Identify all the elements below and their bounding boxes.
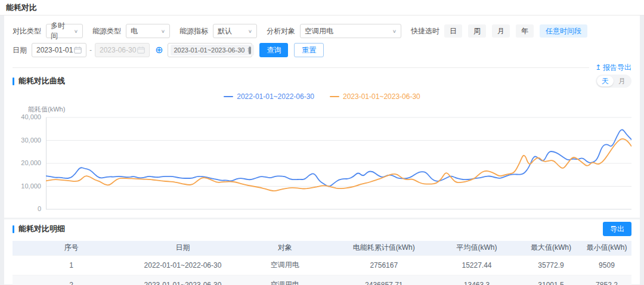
search-button[interactable]: 查询 bbox=[259, 43, 288, 57]
table-title-text: 能耗对比明细 bbox=[18, 224, 65, 234]
main-card: 对比类型 多时间 ∨ 能源类型 电 ∨ 能源指标 默认 ∨ 分析对象 空调用电 bbox=[4, 16, 640, 284]
chevron-down-icon: ∨ bbox=[248, 29, 252, 34]
table-column-header: 平均值(kWh) bbox=[434, 241, 520, 255]
report-export-link[interactable]: ↥ 报告导出 bbox=[595, 63, 631, 73]
start-date-input[interactable]: 2023-01-01 bbox=[32, 43, 86, 57]
table-cell: 35772.9 bbox=[520, 255, 582, 275]
calendar-icon bbox=[74, 47, 82, 54]
any-period-button[interactable]: 任意时间段 bbox=[540, 24, 587, 38]
quick-week-button[interactable]: 周 bbox=[468, 24, 486, 38]
chevron-down-icon: ∨ bbox=[74, 29, 78, 34]
legend-item[interactable]: 2022-01-01~2022-06-30 bbox=[224, 92, 314, 101]
table-column-header: 电能耗累计值(kWh) bbox=[335, 241, 434, 255]
date-range-tag-text: 2023-01-01~2023-06-30 bbox=[174, 47, 244, 54]
y-tick-label: 30,000 bbox=[21, 137, 41, 144]
end-date-input[interactable]: 2023-06-30 bbox=[95, 43, 150, 57]
date-range-tagbox[interactable]: 2023-01-01~2023-06-30 × bbox=[168, 43, 252, 57]
table-cell: 13463.3 bbox=[434, 275, 520, 285]
comparison-type-group: 对比类型 多时间 ∨ bbox=[13, 24, 83, 38]
chevron-down-icon: ∨ bbox=[161, 29, 165, 34]
table-cell: 15227.44 bbox=[434, 255, 520, 275]
table-header-row: 序号日期对象电能耗累计值(kWh)平均值(kWh)最大值(kWh)最小值(kWh… bbox=[13, 241, 631, 255]
tagbox-scrollbar[interactable] bbox=[249, 47, 251, 54]
end-date-value: 2023-06-30 bbox=[100, 46, 136, 54]
upload-icon: ↥ bbox=[595, 63, 601, 72]
chart-legend: 2022-01-01~2022-06-302023-01-01~2023-06-… bbox=[13, 92, 631, 101]
analysis-object-label: 分析对象 bbox=[267, 26, 295, 36]
add-date-range-icon[interactable]: ⊕ bbox=[155, 45, 163, 55]
y-tick-label: 10,000 bbox=[21, 182, 41, 190]
table-cell: 2023-01-01~2023-06-30 bbox=[130, 275, 235, 285]
y-tick-label: 40,000 bbox=[21, 113, 41, 120]
table-cell: 2756167 bbox=[335, 255, 434, 275]
table-body: 12022-01-01~2022-06-30空调用电275616715227.4… bbox=[13, 255, 631, 285]
comparison-type-select[interactable]: 多时间 ∨ bbox=[46, 24, 83, 38]
calendar-icon bbox=[137, 47, 145, 54]
table-cell: 空调用电 bbox=[236, 275, 335, 285]
energy-indicator-label: 能源指标 bbox=[179, 26, 208, 36]
chart-section-title: 能耗对比曲线 bbox=[13, 76, 65, 86]
date-range-separator: - bbox=[89, 46, 92, 54]
reset-button[interactable]: 重置 bbox=[294, 43, 324, 57]
quick-day-button[interactable]: 日 bbox=[444, 24, 462, 38]
section-divider bbox=[4, 218, 640, 219]
legend-line-swatch bbox=[224, 96, 233, 97]
table-cell: 2436857.71 bbox=[335, 275, 434, 285]
chart-section-header: 能耗对比曲线 天月 bbox=[13, 74, 631, 88]
table-cell: 1 bbox=[13, 255, 130, 275]
filter-row-2: 日期 2023-01-01 - 2023-06-30 ⊕ 2023-01-01~… bbox=[13, 43, 631, 57]
table-column-header: 最小值(kWh) bbox=[582, 241, 631, 255]
table-cell: 2022-01-01~2022-06-30 bbox=[130, 255, 235, 275]
quick-month-button[interactable]: 月 bbox=[492, 24, 510, 38]
table-cell: 9509 bbox=[582, 255, 631, 275]
chart-area: 010,00020,00030,00040,000 bbox=[13, 115, 631, 212]
detail-table: 序号日期对象电能耗累计值(kWh)平均值(kWh)最大值(kWh)最小值(kWh… bbox=[13, 241, 631, 285]
table-column-header: 序号 bbox=[13, 241, 130, 255]
quick-year-button[interactable]: 年 bbox=[516, 24, 534, 38]
toggle-day[interactable]: 天 bbox=[597, 76, 614, 86]
table-cell: 7852.2 bbox=[582, 275, 631, 285]
series-line[interactable] bbox=[46, 139, 631, 191]
filter-divider: ↥ 报告导出 bbox=[13, 63, 631, 72]
energy-type-label: 能源类型 bbox=[92, 26, 121, 36]
table-row: 12022-01-01~2022-06-30空调用电275616715227.4… bbox=[13, 255, 631, 275]
y-axis-label: 能耗值(kWh) bbox=[28, 105, 631, 114]
table-cell: 2 bbox=[13, 275, 130, 285]
analysis-object-group: 分析对象 空调用电 ∨ bbox=[267, 24, 401, 38]
chevron-down-icon: ∨ bbox=[392, 29, 397, 34]
table-section-header: 能耗对比明细 导出 bbox=[13, 222, 631, 236]
series-line[interactable] bbox=[46, 129, 631, 186]
analysis-object-select[interactable]: 空调用电 ∨ bbox=[300, 24, 401, 38]
legend-label: 2022-01-01~2022-06-30 bbox=[237, 92, 314, 101]
title-accent-bar bbox=[13, 225, 14, 233]
date-label: 日期 bbox=[13, 45, 27, 55]
table-column-header: 对象 bbox=[236, 241, 335, 255]
legend-label: 2023-01-01~2023-06-30 bbox=[343, 92, 420, 101]
table-column-header: 日期 bbox=[130, 241, 235, 255]
quick-select-label: 快捷选时 bbox=[411, 26, 439, 36]
report-export-text: 报告导出 bbox=[603, 63, 631, 73]
energy-type-select[interactable]: 电 ∨ bbox=[126, 24, 170, 38]
table-export-button[interactable]: 导出 bbox=[603, 222, 631, 236]
y-tick-label: 0 bbox=[38, 205, 41, 212]
energy-indicator-group: 能源指标 默认 ∨ bbox=[179, 24, 257, 38]
comparison-type-value: 多时间 bbox=[51, 21, 70, 41]
chart-title-text: 能耗对比曲线 bbox=[18, 76, 65, 86]
chart-canvas[interactable] bbox=[46, 115, 631, 212]
table-cell: 空调用电 bbox=[236, 255, 335, 275]
legend-item[interactable]: 2023-01-01~2023-06-30 bbox=[330, 92, 420, 101]
energy-type-group: 能源类型 电 ∨ bbox=[92, 24, 170, 38]
toggle-month[interactable]: 月 bbox=[614, 76, 630, 86]
date-range-tag: 2023-01-01~2023-06-30 × bbox=[171, 45, 254, 55]
y-tick-label: 20,000 bbox=[21, 159, 41, 166]
day-month-toggle: 天月 bbox=[596, 75, 631, 88]
energy-indicator-select[interactable]: 默认 ∨ bbox=[213, 24, 257, 38]
table-column-header: 最大值(kWh) bbox=[520, 241, 582, 255]
filter-row-1: 对比类型 多时间 ∨ 能源类型 电 ∨ 能源指标 默认 ∨ 分析对象 空调用电 bbox=[13, 24, 631, 38]
page-header: 能耗对比 bbox=[0, 0, 644, 16]
table-section-title: 能耗对比明细 bbox=[13, 224, 65, 234]
energy-indicator-value: 默认 bbox=[218, 26, 232, 36]
energy-type-value: 电 bbox=[131, 26, 138, 36]
quick-select-buttons: 日周月年 bbox=[444, 24, 540, 38]
page-title: 能耗对比 bbox=[6, 2, 37, 13]
